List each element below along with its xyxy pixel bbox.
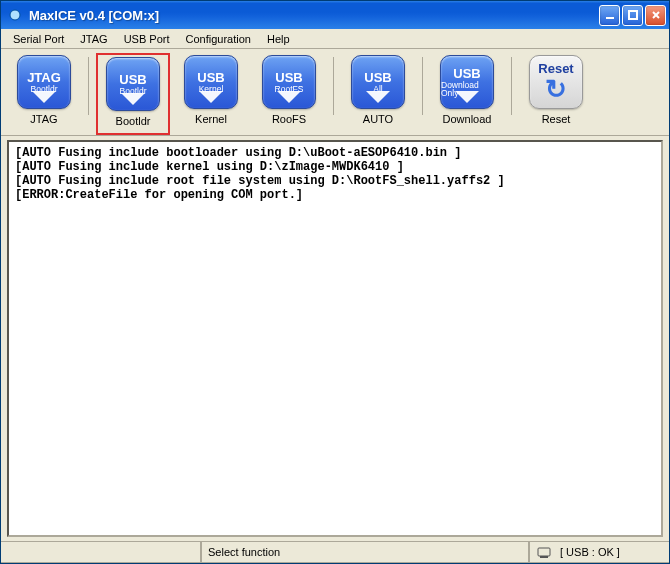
tool-caption: AUTO (363, 113, 393, 129)
tool-caption: Reset (542, 113, 571, 129)
maximize-icon (628, 10, 638, 20)
svg-marker-7 (199, 91, 223, 103)
minimize-icon (605, 10, 615, 20)
tool-button-kernel[interactable]: USBKernel (184, 55, 238, 109)
tool-button-roofs[interactable]: USBRootFS (262, 55, 316, 109)
tool-bootldr: USBBootldrBootldr (96, 53, 170, 135)
menu-configuration[interactable]: Configuration (178, 31, 259, 47)
tool-button-label: USB (197, 71, 224, 84)
svg-marker-10 (455, 91, 479, 103)
usb-status-icon (536, 545, 554, 559)
tool-reset: Reset↻Reset (519, 53, 593, 135)
menubar: Serial Port JTAG USB Port Configuration … (1, 29, 669, 49)
tool-button-label: USB (275, 71, 302, 84)
svg-rect-1 (606, 17, 614, 19)
tool-button-label: USB (453, 67, 480, 80)
toolbar-separator (333, 57, 334, 115)
statusbar: Select function [ USB : OK ] (1, 541, 669, 563)
chevron-down-icon (275, 89, 303, 105)
status-panel-center: Select function (201, 542, 529, 563)
menu-help[interactable]: Help (259, 31, 298, 47)
tool-caption: JTAG (30, 113, 57, 129)
svg-rect-12 (540, 556, 548, 558)
menu-usb-port[interactable]: USB Port (116, 31, 178, 47)
tool-caption: Kernel (195, 113, 227, 129)
tool-download: USBDownload OnlyDownload (430, 53, 504, 135)
toolbar-separator (422, 57, 423, 115)
status-usb-text: [ USB : OK ] (560, 546, 620, 558)
window-title: MaxICE v0.4 [COM:x] (29, 8, 159, 23)
app-window: MaxICE v0.4 [COM:x] Serial Port JTAG USB… (0, 0, 670, 564)
reset-icon: ↻ (545, 76, 567, 102)
console-panel: [AUTO Fusing include bootloader using D:… (1, 136, 669, 541)
status-panel-left (1, 542, 201, 563)
close-icon (651, 10, 661, 20)
console-output[interactable]: [AUTO Fusing include bootloader using D:… (7, 140, 663, 537)
tool-button-label: USB (119, 73, 146, 86)
tool-button-download[interactable]: USBDownload Only (440, 55, 494, 109)
maximize-button[interactable] (622, 5, 643, 26)
chevron-down-icon (197, 89, 225, 105)
svg-rect-11 (538, 548, 550, 556)
tool-caption: Download (443, 113, 492, 129)
tool-button-jtag[interactable]: JTAGBootldr (17, 55, 71, 109)
tool-button-label: USB (364, 71, 391, 84)
app-icon (7, 7, 23, 23)
svg-point-0 (10, 10, 20, 20)
status-panel-right: [ USB : OK ] (529, 542, 669, 563)
tool-caption: RooFS (272, 113, 306, 129)
tool-button-reset[interactable]: Reset↻ (529, 55, 583, 109)
tool-button-bootldr[interactable]: USBBootldr (106, 57, 160, 111)
svg-marker-5 (32, 91, 56, 103)
chevron-down-icon (30, 89, 58, 105)
svg-marker-9 (366, 91, 390, 103)
chevron-down-icon (453, 89, 481, 105)
chevron-down-icon (364, 89, 392, 105)
minimize-button[interactable] (599, 5, 620, 26)
svg-marker-6 (121, 93, 145, 105)
chevron-down-icon (119, 91, 147, 107)
svg-marker-8 (277, 91, 301, 103)
menu-jtag[interactable]: JTAG (72, 31, 115, 47)
tool-jtag: JTAGBootldrJTAG (7, 53, 81, 135)
toolbar-separator (88, 57, 89, 115)
tool-auto: USBAllAUTO (341, 53, 415, 135)
menu-serial-port[interactable]: Serial Port (5, 31, 72, 47)
tool-button-label: JTAG (27, 71, 61, 84)
svg-rect-2 (629, 11, 637, 19)
tool-roofs: USBRootFSRooFS (252, 53, 326, 135)
tool-kernel: USBKernelKernel (174, 53, 248, 135)
tool-button-auto[interactable]: USBAll (351, 55, 405, 109)
close-button[interactable] (645, 5, 666, 26)
toolbar-separator (511, 57, 512, 115)
titlebar: MaxICE v0.4 [COM:x] (1, 1, 669, 29)
toolbar: JTAGBootldrJTAG USBBootldrBootldr USBKer… (1, 49, 669, 136)
tool-caption: Bootldr (116, 115, 151, 131)
